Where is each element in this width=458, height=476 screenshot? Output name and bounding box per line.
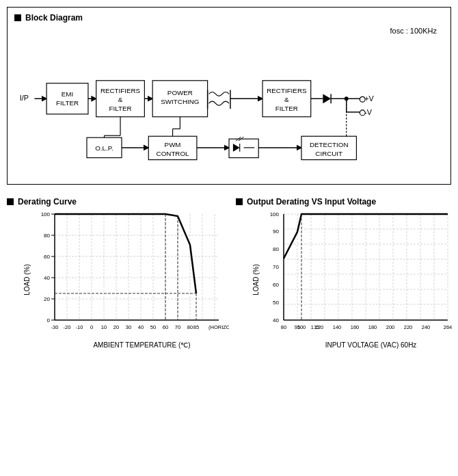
derating-y-axis-label: LOAD (%) bbox=[23, 264, 31, 295]
svg-text:60: 60 bbox=[273, 282, 279, 288]
svg-text:120: 120 bbox=[315, 324, 324, 330]
svg-text:90: 90 bbox=[273, 228, 279, 235]
svg-text:EMI: EMI bbox=[62, 90, 73, 98]
svg-text:50: 50 bbox=[273, 300, 279, 306]
svg-text:100: 100 bbox=[297, 324, 306, 330]
svg-text:FILTER: FILTER bbox=[56, 99, 79, 107]
derating-curve-header: Derating Curve bbox=[7, 197, 229, 207]
svg-text:I/P: I/P bbox=[20, 94, 29, 102]
svg-text:DETECTION: DETECTION bbox=[310, 141, 349, 148]
derating-chart-wrapper: LOAD (%) bbox=[31, 211, 229, 349]
svg-text:PWM: PWM bbox=[165, 141, 181, 148]
svg-text:70: 70 bbox=[273, 264, 279, 270]
svg-text:50: 50 bbox=[150, 324, 156, 330]
header-square-icon bbox=[14, 14, 21, 21]
svg-text:FILTER: FILTER bbox=[109, 105, 132, 112]
svg-text:20: 20 bbox=[44, 296, 50, 302]
output-y-axis-label: LOAD (%) bbox=[252, 264, 260, 295]
diagram-svg: I/P EMI FILTER RECTIFIERS & FILTER POWER… bbox=[14, 40, 444, 177]
output-derating-header: Output Derating VS Input Voltage bbox=[236, 197, 458, 207]
svg-text:O.L.P.: O.L.P. bbox=[95, 144, 113, 152]
svg-text:85: 85 bbox=[193, 324, 199, 330]
svg-point-32 bbox=[360, 110, 365, 116]
svg-text:&: & bbox=[118, 96, 123, 103]
bottom-sections: Derating Curve LOAD (%) bbox=[7, 197, 451, 362]
svg-text:200: 200 bbox=[386, 324, 395, 330]
output-derating-title: Output Derating VS Input Voltage bbox=[247, 197, 376, 207]
svg-text:FILTER: FILTER bbox=[275, 105, 298, 112]
block-diagram-header: Block Diagram bbox=[14, 13, 444, 23]
svg-marker-22 bbox=[323, 94, 331, 103]
svg-text:60: 60 bbox=[163, 324, 168, 330]
svg-text:100: 100 bbox=[41, 211, 51, 217]
svg-text:10: 10 bbox=[101, 324, 107, 330]
svg-text:-10: -10 bbox=[76, 324, 83, 330]
svg-text:140: 140 bbox=[333, 324, 342, 330]
svg-text:264: 264 bbox=[444, 324, 453, 330]
fosc-label: fosc : 100KHz bbox=[14, 27, 444, 35]
derating-header-square-icon bbox=[7, 198, 14, 205]
svg-text:-30: -30 bbox=[51, 324, 59, 330]
output-derating-chart-wrapper: LOAD (%) bbox=[260, 211, 458, 349]
svg-text:20: 20 bbox=[113, 324, 119, 330]
svg-text:60: 60 bbox=[44, 254, 50, 260]
svg-text:80: 80 bbox=[44, 233, 50, 239]
svg-text:0: 0 bbox=[47, 317, 51, 323]
svg-point-31 bbox=[360, 96, 365, 102]
svg-text:80: 80 bbox=[273, 246, 279, 252]
svg-text:100: 100 bbox=[270, 211, 280, 217]
output-derating-section: Output Derating VS Input Voltage LOAD (%… bbox=[236, 197, 458, 362]
output-header-square-icon bbox=[236, 198, 243, 205]
output-derating-chart-svg: 40 50 60 70 80 90 100 80 95 100 115 120 … bbox=[260, 211, 458, 337]
derating-chart-svg: 0 20 40 60 80 100 -30 -20 -10 0 10 20 bbox=[31, 211, 229, 337]
svg-text:30: 30 bbox=[126, 324, 131, 330]
svg-text:SWITCHING: SWITCHING bbox=[161, 98, 199, 105]
block-diagram-section: Block Diagram fosc : 100KHz I/P EMI FILT… bbox=[7, 7, 451, 185]
output-x-axis-label: INPUT VOLTAGE (VAC) 60Hz bbox=[284, 341, 458, 349]
svg-text:40: 40 bbox=[273, 317, 279, 323]
svg-text:80: 80 bbox=[281, 324, 286, 330]
derating-curve-section: Derating Curve LOAD (%) bbox=[7, 197, 229, 362]
svg-text:240: 240 bbox=[422, 324, 431, 330]
svg-text:-V: -V bbox=[364, 108, 373, 116]
svg-text:-20: -20 bbox=[64, 324, 71, 330]
svg-text:(HORIZONTAL): (HORIZONTAL) bbox=[208, 324, 229, 330]
svg-text:0: 0 bbox=[90, 324, 93, 330]
svg-text:+V: +V bbox=[364, 94, 374, 103]
derating-curve-title: Derating Curve bbox=[18, 197, 77, 207]
block-diagram-title: Block Diagram bbox=[25, 13, 83, 23]
svg-text:80: 80 bbox=[187, 324, 193, 330]
svg-text:220: 220 bbox=[404, 324, 413, 330]
svg-text:CONTROL: CONTROL bbox=[157, 150, 189, 157]
svg-text:RECTIFIERS: RECTIFIERS bbox=[267, 87, 307, 94]
diagram-area: I/P EMI FILTER RECTIFIERS & FILTER POWER… bbox=[14, 40, 444, 177]
svg-text:CIRCUIT: CIRCUIT bbox=[315, 150, 342, 157]
svg-text:RECTIFIERS: RECTIFIERS bbox=[100, 87, 141, 94]
svg-text:180: 180 bbox=[368, 324, 377, 330]
svg-text:&: & bbox=[284, 96, 289, 103]
svg-text:40: 40 bbox=[138, 324, 144, 330]
svg-text:40: 40 bbox=[44, 275, 50, 281]
svg-text:160: 160 bbox=[351, 324, 360, 330]
derating-x-axis-label: AMBIENT TEMPERATURE (℃) bbox=[55, 341, 229, 349]
svg-text:70: 70 bbox=[175, 324, 180, 330]
svg-text:POWER: POWER bbox=[167, 89, 193, 96]
